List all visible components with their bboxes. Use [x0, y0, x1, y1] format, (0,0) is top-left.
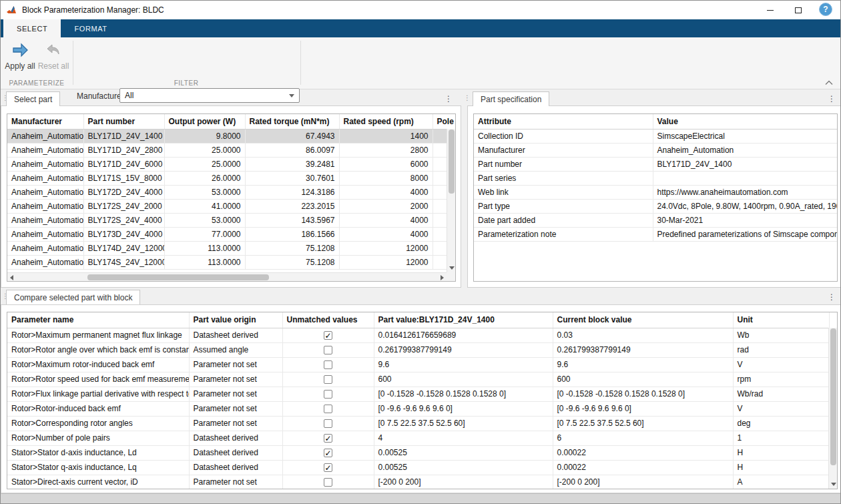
table-cell[interactable]: https://www.anaheimautomation.com [653, 185, 838, 199]
table-cell[interactable]: 6000 [339, 157, 433, 171]
table-row[interactable]: Stator>Stator d-axis inductance, LdDatas… [7, 445, 829, 460]
column-header[interactable]: Part value:BLY171D_24V_1400 [374, 312, 553, 328]
table-cell[interactable]: 0.00525 [374, 460, 553, 475]
column-header[interactable]: Unit [733, 312, 829, 328]
minimize-button[interactable] [756, 1, 784, 19]
table-cell[interactable]: 113.0000 [164, 255, 245, 269]
table-cell[interactable]: SimscapeElectrical [653, 129, 838, 143]
table-cell[interactable]: Datasheet derived [189, 328, 282, 342]
table-cell[interactable]: Anaheim_Automation [7, 185, 83, 199]
scrollbar-thumb[interactable] [830, 328, 836, 465]
table-cell[interactable]: BLY173D_24V_4000 [83, 227, 164, 241]
table-cell[interactable]: Anaheim_Automation [7, 213, 83, 227]
table-cell[interactable]: 53.0000 [164, 185, 245, 199]
table-cell[interactable]: Rotor>Corresponding rotor angles [7, 416, 189, 431]
table-cell[interactable]: 0.261799387799149 [374, 342, 553, 357]
table-cell[interactable]: 600 [553, 372, 733, 387]
table-cell[interactable]: Rotor>Maximum permanent magnet flux link… [7, 328, 189, 342]
table-cell[interactable]: Anaheim_Automation [7, 171, 83, 185]
checkbox-cell[interactable] [282, 387, 374, 401]
column-header[interactable]: Value [653, 114, 838, 129]
table-row[interactable]: Part series [474, 171, 838, 185]
checkbox-cell[interactable] [282, 372, 374, 387]
scrollbar-thumb[interactable] [449, 130, 455, 194]
table-cell[interactable]: 223.2015 [245, 199, 339, 213]
column-header[interactable]: Part number [83, 114, 164, 129]
table-row[interactable]: Rotor>Flux linkage partial derivative wi… [7, 387, 829, 401]
panel-grip-icon[interactable]: ⋮ [464, 94, 471, 101]
table-row[interactable]: Rotor>Corresponding rotor anglesParamete… [7, 416, 829, 431]
table-cell[interactable]: 2800 [339, 143, 433, 157]
column-header[interactable]: Attribute [474, 114, 653, 129]
table-cell[interactable]: Rotor>Rotor speed used for back emf meas… [7, 372, 189, 387]
checkbox-cell[interactable] [282, 342, 374, 357]
scroll-right-button[interactable] [438, 273, 447, 282]
table-cell[interactable]: Parameter not set [189, 387, 282, 401]
table-row[interactable]: Anaheim_AutomationBLY171S_15V_800026.000… [7, 171, 456, 185]
table-cell[interactable]: 24.0Vdc, 8Pole, 9.80W, 1400rpm, 0.90A_ra… [653, 199, 838, 213]
unmatched-checkbox[interactable] [324, 478, 332, 487]
table-cell[interactable]: V [733, 357, 829, 372]
table-cell[interactable]: 75.1208 [245, 241, 339, 255]
table-cell[interactable]: V [733, 401, 829, 416]
table-row[interactable]: Stator>Direct-axis current vector, iDPar… [7, 475, 829, 489]
panel-menu-icon[interactable]: ⋮ [444, 94, 453, 103]
table-cell[interactable]: 25.0000 [164, 157, 245, 171]
table-cell[interactable]: 600 [374, 372, 553, 387]
table-row[interactable]: Parameterization notePredefined paramete… [474, 227, 838, 241]
reset-all-button[interactable]: Reset all [36, 41, 71, 71]
table-cell[interactable]: 0.00022 [553, 460, 733, 475]
table-cell[interactable]: 4000 [339, 213, 433, 227]
unmatched-checkbox[interactable] [324, 375, 332, 384]
table-cell[interactable]: [0 -9.6 -9.6 9.6 9.6 0] [553, 401, 733, 416]
table-cell[interactable]: [0 -0.1528 -0.1528 0.1528 0.1528 0] [374, 387, 553, 401]
table-cell[interactable]: Rotor>Flux linkage partial derivative wi… [7, 387, 189, 401]
table-cell[interactable]: Rotor>Rotor-induced back emf [7, 401, 189, 416]
table-cell[interactable]: [-200 0 200] [553, 475, 733, 489]
table-cell[interactable]: 26.0000 [164, 171, 245, 185]
help-button[interactable]: ? [819, 3, 832, 16]
checkbox-cell[interactable] [282, 357, 374, 372]
unmatched-checkbox[interactable] [324, 419, 332, 428]
column-header[interactable]: Pole p [433, 114, 456, 129]
table-cell[interactable]: Datasheet derived [189, 460, 282, 475]
table-cell[interactable]: [0 7.5 22.5 37.5 52.5 60] [374, 416, 553, 431]
table-cell[interactable]: 124.3186 [245, 185, 339, 199]
collapse-ribbon-button[interactable] [824, 79, 834, 86]
table-cell[interactable]: Part series [474, 171, 653, 185]
table-row[interactable]: ManufacturerAnaheim_Automation [474, 143, 838, 157]
checkbox-cell[interactable]: ✓ [282, 460, 374, 475]
table-cell[interactable]: 2000 [339, 199, 433, 213]
scroll-down-button[interactable] [447, 264, 456, 272]
table-cell[interactable]: 12000 [339, 241, 433, 255]
table-cell[interactable]: BLY172D_24V_4000 [83, 185, 164, 199]
table-cell[interactable]: 39.2481 [245, 157, 339, 171]
table-cell[interactable]: 0.261799387799149 [553, 342, 733, 357]
table-cell[interactable]: Anaheim_Automation [7, 199, 83, 213]
table-cell[interactable]: 30-Mar-2021 [653, 213, 838, 227]
table-cell[interactable]: Rotor>Rotor angle over which back emf is… [7, 342, 189, 357]
maximize-button[interactable] [784, 1, 812, 19]
table-cell[interactable]: Wb/rad [733, 387, 829, 401]
table-cell[interactable]: 8000 [339, 171, 433, 185]
table-cell[interactable]: Datasheet derived [189, 431, 282, 445]
table-cell[interactable]: Stator>Direct-axis current vector, iD [7, 475, 189, 489]
column-header[interactable]: Current block value [553, 312, 733, 328]
table-row[interactable]: Stator>Stator q-axis inductance, LqDatas… [7, 460, 829, 475]
scrollbar-thumb[interactable] [87, 274, 269, 280]
table-row[interactable]: Date part added30-Mar-2021 [474, 213, 838, 227]
table-row[interactable]: Anaheim_AutomationBLY171D_24V_14009.8000… [7, 129, 456, 143]
table-cell[interactable]: Web link [474, 185, 653, 199]
table-row[interactable]: Rotor>Maximum permanent magnet flux link… [7, 328, 829, 342]
checkbox-cell[interactable] [282, 475, 374, 489]
table-cell[interactable]: Wb [733, 328, 829, 342]
table-cell[interactable]: Part number [474, 157, 653, 171]
table-row[interactable]: Anaheim_AutomationBLY171D_24V_600025.000… [7, 157, 456, 171]
table-cell[interactable]: 41.0000 [164, 199, 245, 213]
table-cell[interactable]: 30.7601 [245, 171, 339, 185]
table-cell[interactable]: 143.5967 [245, 213, 339, 227]
vertical-scrollbar[interactable] [828, 328, 837, 489]
apply-all-button[interactable]: Apply all [3, 41, 37, 71]
table-row[interactable]: Anaheim_AutomationBLY174S_24V_12000113.0… [7, 255, 456, 269]
table-cell[interactable]: 9.8000 [164, 129, 245, 143]
